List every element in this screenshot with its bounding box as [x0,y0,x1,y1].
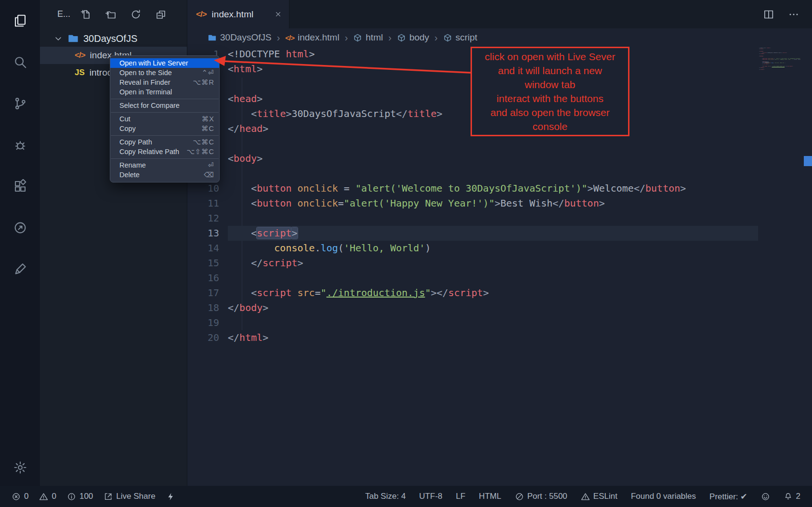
html-file-icon: </> [196,10,207,19]
code-line[interactable]: <script src="./introduction.js"></script… [228,286,758,300]
settings-icon[interactable] [13,460,27,475]
menu-item-open-in-terminal[interactable]: Open in Terminal [110,87,219,97]
status-utf-8[interactable]: UTF-8 [419,492,442,501]
menu-item-copy[interactable]: Copy⌘C [110,124,219,133]
explorer-header: E... [40,0,187,28]
breadcrumb-item-index-html[interactable]: </>index.html [285,32,339,43]
refresh-icon[interactable] [130,9,142,20]
status-label: Port : 5500 [527,492,567,501]
menu-item-label: Select for Compare [119,102,180,109]
code-line[interactable] [228,315,758,330]
warning-icon [581,492,590,501]
status-prettier[interactable]: Prettier: ✔ [709,492,747,502]
breadcrumb: 30DaysOfJS›</>index.html›html›body›scrip… [187,28,812,47]
code-line[interactable]: <button onclick="alert('Happy New Year!'… [228,196,758,211]
status-bolt[interactable] [166,492,175,501]
breadcrumb-label: script [456,32,477,43]
menu-item-rename[interactable]: Rename⏎ [110,160,219,170]
line-number: 16 [187,271,219,286]
new-file-icon[interactable] [80,9,92,20]
more-actions-icon[interactable] [788,9,799,20]
new-folder-icon[interactable] [105,9,117,20]
menu-item-cut[interactable]: Cut⌘X [110,114,219,124]
html-file-icon: </> [285,34,294,42]
code-line[interactable] [228,211,758,226]
menu-item-shortcut: ⌫ [204,171,214,179]
search-icon[interactable] [13,55,27,69]
annotation-line: interact with the buttons [497,91,603,105]
status-html[interactable]: HTML [479,492,501,501]
breadcrumb-item-body[interactable]: body [397,32,429,43]
annotation-line: click on open with Live Sever [485,50,616,64]
extensions-icon[interactable] [13,179,27,194]
status-lf[interactable]: LF [456,492,466,501]
folder-row-30daysofjs[interactable]: 30DaysOfJS [40,30,187,47]
explorer-icon[interactable] [13,13,27,28]
status-label: 0 [24,492,28,501]
menu-item-copy-relative-path[interactable]: Copy Relative Path⌥⇧⌘C [110,147,219,156]
code-line[interactable]: console.log('Hello, World') [228,241,758,256]
breadcrumb-item-html[interactable]: html [353,32,383,43]
menu-item-label: Open with Live Server [119,59,188,67]
line-number: 18 [187,300,219,315]
code-line[interactable] [228,166,758,181]
menu-item-label: Rename [119,161,146,169]
minimap[interactable]: <!DOCTYPE html><html><head> <title>30Day… [759,48,800,308]
code-line[interactable]: </body> [228,300,758,315]
menu-item-open-to-the-side[interactable]: Open to the Side⌃⏎ [110,68,219,78]
close-tab-icon[interactable] [274,10,282,18]
symbol-icon [443,33,452,42]
line-number: 19 [187,315,219,330]
status-label: Live Share [116,492,155,501]
tab-index-html[interactable]: </> index.html [187,0,289,28]
feedback-icon[interactable] [13,262,27,276]
breadcrumb-label: 30DaysOfJS [220,32,272,43]
live-share-icon[interactable] [13,221,27,235]
split-editor-icon[interactable] [763,9,774,20]
status-label: Found 0 variables [631,492,696,501]
annotation-box: click on open with Live Severand it will… [471,47,629,136]
activity-bar [0,0,40,486]
menu-item-reveal-in-finder[interactable]: Reveal in Finder⌥⌘R [110,78,219,87]
menu-item-copy-path[interactable]: Copy Path⌥⌘C [110,137,219,147]
code-line[interactable] [228,136,758,151]
menu-item-open-with-live-server[interactable]: Open with Live Server [110,58,219,68]
menu-item-label: Copy [119,125,136,132]
status-0[interactable]: 0 [39,492,56,501]
annotation-line: window tab [524,78,575,91]
code-line[interactable]: <body> [228,151,758,166]
breadcrumb-item-30daysofjs[interactable]: 30DaysOfJS [208,32,272,43]
status-live-share[interactable]: Live Share [104,492,155,501]
code-line[interactable]: </html> [228,330,758,345]
code-line[interactable]: <script> [228,226,758,241]
annotation-line: and it will launch a new [498,64,602,78]
line-number: 14 [187,241,219,256]
code-line[interactable]: </script> [228,256,758,271]
code-line[interactable]: <button onclick = "alert('Welcome to 30D… [228,181,758,196]
menu-item-select-for-compare[interactable]: Select for Compare [110,101,219,110]
menu-separator [111,99,219,99]
run-and-debug-icon[interactable] [13,138,27,152]
folder-label: 30DaysOfJS [83,33,137,44]
status-100[interactable]: 100 [67,492,93,501]
source-control-icon[interactable] [13,96,27,111]
status-smiley[interactable] [761,492,770,501]
error-icon [12,492,21,501]
code-line[interactable] [228,271,758,286]
collapse-all-icon[interactable] [155,9,167,20]
menu-item-label: Open to the Side [119,69,172,77]
status-found-0-variables[interactable]: Found 0 variables [631,492,696,501]
status-eslint[interactable]: ESLint [581,492,617,501]
menu-item-delete[interactable]: Delete⌫ [110,170,219,180]
status-2[interactable]: 2 [784,492,800,501]
status-tab-size-4[interactable]: Tab Size: 4 [365,492,406,501]
menu-item-shortcut: ⌃⏎ [202,69,214,77]
status-port-5500[interactable]: Port : 5500 [515,492,567,501]
breadcrumb-item-script[interactable]: script [443,32,477,43]
symbol-icon [397,33,406,42]
share-icon [104,492,113,501]
breadcrumb-separator: › [433,32,439,43]
status-0[interactable]: 0 [12,492,28,501]
annotation-line: console [533,119,567,133]
line-number: 17 [187,286,219,300]
